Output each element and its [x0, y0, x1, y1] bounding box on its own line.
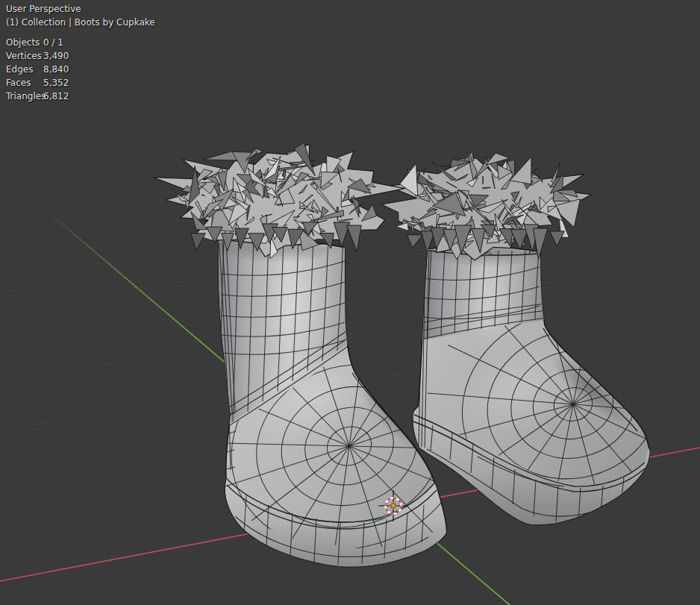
stat-label: Objects	[6, 36, 43, 49]
stat-value: 8,840	[43, 63, 69, 76]
view-perspective-label: User Perspective	[6, 4, 155, 14]
viewport-text-overlay: User Perspective (1) Collection | Boots …	[6, 4, 155, 103]
stat-row-edges: Edges 8,840	[6, 63, 155, 76]
stat-value: 3,490	[43, 49, 69, 63]
stat-value: 5,352	[43, 76, 69, 90]
stat-label: Triangles	[6, 90, 43, 103]
stat-label: Edges	[6, 63, 43, 76]
stat-row-objects: Objects 0 / 1	[6, 36, 155, 49]
stats-panel: Objects 0 / 1 Vertices 3,490 Edges 8,840…	[6, 36, 155, 103]
stat-row-faces: Faces 5,352	[6, 76, 155, 90]
breadcrumb: (1) Collection | Boots by Cupkake	[6, 18, 155, 28]
blender-3d-viewport[interactable]: User Perspective (1) Collection | Boots …	[0, 0, 700, 605]
stat-value: 0 / 1	[43, 36, 63, 49]
stat-label: Vertices	[6, 49, 43, 63]
stat-value: 6,812	[43, 90, 69, 103]
stat-row-triangles: Triangles 6,812	[6, 90, 155, 103]
stat-row-vertices: Vertices 3,490	[6, 49, 155, 63]
stat-label: Faces	[6, 76, 43, 90]
